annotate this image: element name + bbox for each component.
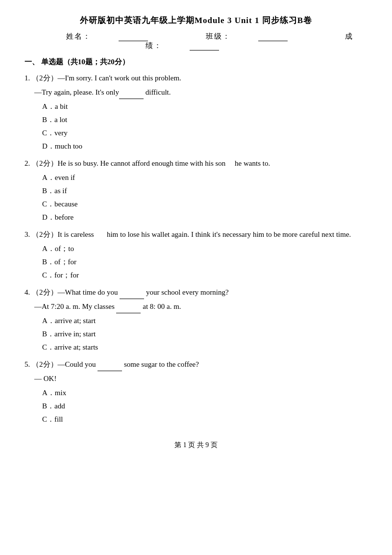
q1-option-c: C．very xyxy=(42,126,368,140)
q2-text: 2. （2分）He is so busy. He cannot afford e… xyxy=(24,157,368,170)
question-5: 5. （2分）—Could you some sugar to the coff… xyxy=(24,358,368,426)
q1-text2: —Try again, please. It's only difficult. xyxy=(24,86,368,99)
score-blank xyxy=(190,43,219,50)
name-label: 姓名： xyxy=(52,32,162,40)
info-row: 姓名： 班级： 成绩： xyxy=(24,32,368,50)
q5-text1: 5. （2分）—Could you some sugar to the coff… xyxy=(24,358,368,371)
question-4: 4. （2分）—What time do you your school eve… xyxy=(24,286,368,354)
section1-title: 一、 单选题（共10题；共20分） xyxy=(24,57,368,67)
q3-num: 3. xyxy=(24,230,32,238)
q2-score: （2分） xyxy=(32,159,58,167)
q3-option-a: A．of；to xyxy=(42,242,368,255)
q4-body2: —At 7:20 a. m. My classes at 8: 00 a. m. xyxy=(34,303,181,310)
q1-option-a: A．a bit xyxy=(42,100,368,113)
q4-blank1 xyxy=(120,291,144,299)
q5-option-b: B．add xyxy=(42,400,368,413)
q3-option-c: C．for；for xyxy=(42,269,368,282)
q2-num: 2. xyxy=(24,159,32,167)
q4-score: （2分） xyxy=(32,288,58,296)
q3-body: It is careless him to lose his wallet ag… xyxy=(58,230,351,238)
question-1: 1. （2分）—I'm sorry. I can't work out this… xyxy=(24,72,368,153)
q4-option-b: B．arrive in; start xyxy=(42,328,368,341)
q5-body1: —Could you some sugar to the coffee? xyxy=(58,360,199,368)
q5-option-a: A．mix xyxy=(42,386,368,400)
q4-num: 4. xyxy=(24,288,32,296)
q2-option-b: B．as if xyxy=(42,184,368,198)
q1-body2: —Try again, please. It's only difficult. xyxy=(34,88,171,96)
q4-option-a: A．arrive at; start xyxy=(42,314,368,328)
q4-body1: —What time do you your school every morn… xyxy=(58,288,229,296)
q5-score: （2分） xyxy=(32,360,58,368)
question-2: 2. （2分）He is so busy. He cannot afford e… xyxy=(24,157,368,224)
question-3: 3. （2分）It is careless him to lose his wa… xyxy=(24,228,368,282)
q1-text1: 1. （2分）—I'm sorry. I can't work out this… xyxy=(24,72,368,85)
q3-text: 3. （2分）It is careless him to lose his wa… xyxy=(24,228,368,241)
page-title: 外研版初中英语九年级上学期Module 3 Unit 1 同步练习B卷 xyxy=(24,15,368,26)
q1-blank xyxy=(119,91,144,99)
q2-option-c: C．because xyxy=(42,198,368,211)
q1-option-b: B．a lot xyxy=(42,113,368,126)
q5-text2: — OK! xyxy=(24,372,368,385)
q5-num: 5. xyxy=(24,360,32,368)
q4-option-c: C．arrive at; starts xyxy=(42,341,368,354)
page-footer: 第 1 页 共 9 页 xyxy=(24,441,368,450)
q3-score: （2分） xyxy=(32,230,58,238)
q2-option-d: D．before xyxy=(42,211,368,224)
q1-score: （2分） xyxy=(32,74,58,82)
q3-option-b: B．of；for xyxy=(42,255,368,269)
q1-body1: —I'm sorry. I can't work out this proble… xyxy=(58,74,181,82)
q4-text1: 4. （2分）—What time do you your school eve… xyxy=(24,286,368,299)
q1-num: 1. xyxy=(24,74,32,82)
class-label: 班级： xyxy=(192,32,301,40)
q1-option-d: D．much too xyxy=(42,140,368,153)
q5-body2: — OK! xyxy=(34,375,56,382)
q2-option-a: A．even if xyxy=(42,171,368,184)
q4-blank2 xyxy=(116,305,141,313)
q2-body: He is so busy. He cannot afford enough t… xyxy=(58,159,270,167)
name-blank xyxy=(119,33,148,41)
q5-option-c: C．fill xyxy=(42,413,368,426)
q4-text2: —At 7:20 a. m. My classes at 8: 00 a. m. xyxy=(24,300,368,313)
q5-blank xyxy=(98,363,122,371)
class-blank xyxy=(258,33,288,41)
